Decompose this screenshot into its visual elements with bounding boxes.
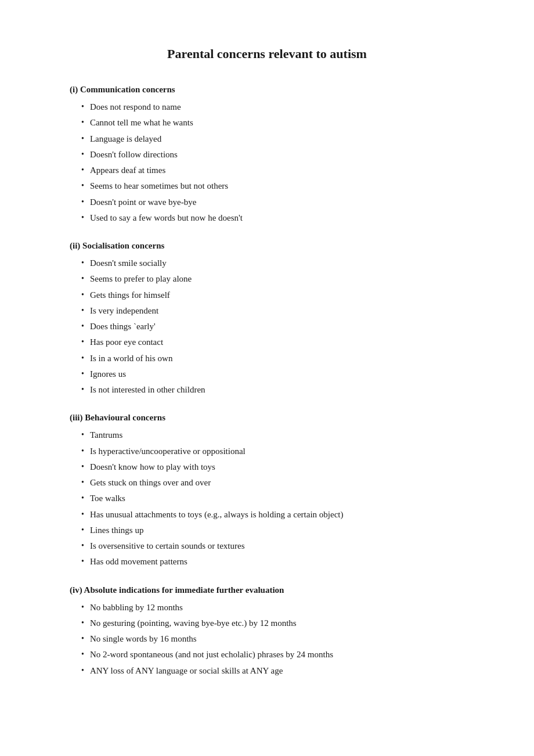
list-item: Ignores us <box>70 368 464 381</box>
list-item: Is oversensitive to certain sounds or te… <box>70 539 464 553</box>
section-absolute: (iv) Absolute indications for immediate … <box>70 585 464 678</box>
list-item: Is hyperactive/uncooperative or oppositi… <box>70 445 464 458</box>
section-heading-socialisation: (ii) Socialisation concerns <box>70 241 464 251</box>
list-item: Is very independent <box>70 304 464 318</box>
list-item: Doesn't smile socially <box>70 257 464 270</box>
section-list-communication: Does not respond to nameCannot tell me w… <box>70 100 464 225</box>
section-communication: (i) Communication concernsDoes not respo… <box>70 85 464 225</box>
list-item: Tantrums <box>70 429 464 442</box>
list-item: Gets stuck on things over and over <box>70 476 464 489</box>
list-item: No gesturing (pointing, waving bye-bye e… <box>70 617 464 630</box>
section-list-socialisation: Doesn't smile sociallySeems to prefer to… <box>70 257 464 397</box>
list-item: No single words by 16 months <box>70 632 464 646</box>
list-item: Cannot tell me what he wants <box>70 116 464 129</box>
list-item: Lines things up <box>70 524 464 537</box>
section-socialisation: (ii) Socialisation concernsDoesn't smile… <box>70 241 464 397</box>
list-item: Is not interested in other children <box>70 383 464 397</box>
list-item: Appears deaf at times <box>70 164 464 177</box>
list-item: Used to say a few words but now he doesn… <box>70 211 464 225</box>
list-item: Does not respond to name <box>70 100 464 114</box>
list-item: Does things `early' <box>70 320 464 333</box>
list-item: Is in a world of his own <box>70 352 464 365</box>
list-item: Doesn't point or wave bye-bye <box>70 196 464 209</box>
list-item: No 2-word spontaneous (and not just echo… <box>70 648 464 661</box>
list-item: Has odd movement patterns <box>70 555 464 568</box>
list-item: Has poor eye contact <box>70 336 464 349</box>
list-item: Language is delayed <box>70 132 464 146</box>
list-item: Doesn't know how to play with toys <box>70 460 464 474</box>
section-heading-communication: (i) Communication concerns <box>70 85 464 95</box>
list-item: Gets things for himself <box>70 289 464 302</box>
page-title: Parental concerns relevant to autism <box>70 46 464 62</box>
section-list-absolute: No babbling by 12 monthsNo gesturing (po… <box>70 601 464 678</box>
section-list-behavioural: TantrumsIs hyperactive/uncooperative or … <box>70 429 464 568</box>
list-item: Has unusual attachments to toys (e.g., a… <box>70 508 464 521</box>
list-item: ANY loss of ANY language or social skill… <box>70 664 464 678</box>
section-heading-absolute: (iv) Absolute indications for immediate … <box>70 585 464 595</box>
list-item: Seems to prefer to play alone <box>70 272 464 286</box>
list-item: Toe walks <box>70 492 464 505</box>
section-behavioural: (iii) Behavioural concernsTantrumsIs hyp… <box>70 413 464 568</box>
list-item: No babbling by 12 months <box>70 601 464 614</box>
section-heading-behavioural: (iii) Behavioural concerns <box>70 413 464 423</box>
list-item: Doesn't follow directions <box>70 148 464 161</box>
list-item: Seems to hear sometimes but not others <box>70 179 464 193</box>
